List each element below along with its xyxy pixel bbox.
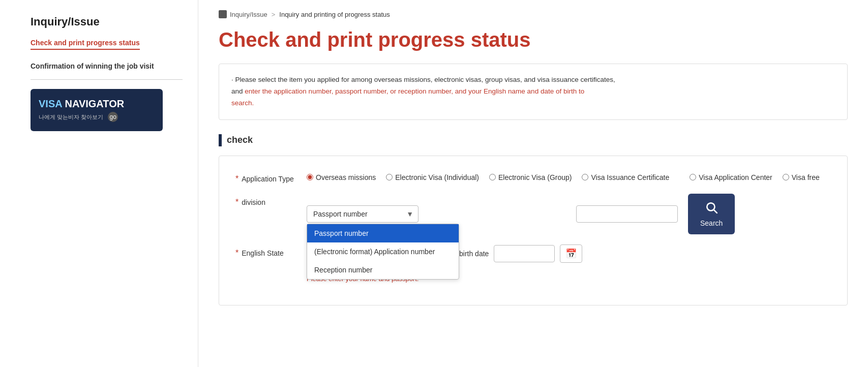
birth-label: birth date <box>459 250 489 258</box>
visa-navigator-logo: VISA NAVIGATOR <box>39 98 155 110</box>
dropdown-item-passport[interactable]: Passport number <box>307 224 459 242</box>
radio-group[interactable] <box>489 174 496 180</box>
breadcrumb-separator: > <box>272 11 276 18</box>
dropdown-item-application[interactable]: (Electronic format) Application number <box>307 242 459 261</box>
calendar-icon: 📅 <box>565 249 577 259</box>
radio-item-free[interactable]: Visa free <box>783 173 820 181</box>
form-box: *Application Type Overseas missions Elec… <box>219 156 848 305</box>
info-box: · Please select the item you applied for… <box>219 64 848 120</box>
required-star-2: * <box>235 198 238 206</box>
breadcrumb: Inquiry/Issue > Inquiry and printing of … <box>219 10 848 18</box>
radio-item-overseas[interactable]: Overseas missions <box>307 173 376 181</box>
search-button[interactable]: Search <box>688 194 735 234</box>
birth-date-input[interactable] <box>494 245 555 262</box>
info-line3: search. <box>231 98 835 109</box>
info-line1: · Please select the item you applied for… <box>231 74 835 86</box>
dropdown-item-reception[interactable]: Reception number <box>307 261 459 279</box>
info-line2: and enter the application number, passpo… <box>231 86 835 98</box>
search-icon <box>705 201 718 217</box>
home-icon <box>219 10 227 18</box>
application-type-row: *Application Type Overseas missions Elec… <box>235 170 831 184</box>
section-bar <box>219 134 222 146</box>
division-controls: Passport number (Electronic format) Appl… <box>307 194 735 234</box>
visa-navigator-go-btn[interactable]: go <box>108 112 118 122</box>
division-select-wrapper: Passport number (Electronic format) Appl… <box>307 205 418 223</box>
breadcrumb-home[interactable]: Inquiry/Issue <box>230 11 267 18</box>
sidebar-item-confirmation[interactable]: Confirmation of winning the job visit <box>31 62 183 70</box>
radio-item-issuance[interactable]: Visa Issuance Certificate <box>582 173 669 181</box>
section-title: check <box>219 134 848 146</box>
page-title: Check and print progress status <box>219 28 848 51</box>
application-type-radio-group: Overseas missions Electronic Visa (Indiv… <box>307 170 820 181</box>
required-star-3: * <box>235 249 238 257</box>
radio-issuance[interactable] <box>582 174 588 180</box>
sidebar-item-check-print[interactable]: Check and print progress status <box>31 39 140 50</box>
application-type-label: *Application Type <box>235 170 307 184</box>
sidebar: Inquiry/Issue Check and print progress s… <box>0 0 198 367</box>
radio-item-center[interactable]: Visa Application Center <box>690 173 772 181</box>
radio-individual[interactable] <box>386 174 393 180</box>
division-text-input[interactable] <box>576 205 678 223</box>
division-select[interactable]: Passport number (Electronic format) Appl… <box>307 205 418 223</box>
visa-navigator-subtext: 나에게 맞는비자 찾아보기 go <box>39 112 155 122</box>
sidebar-title: Inquiry/Issue <box>31 15 183 28</box>
required-star-1: * <box>235 174 238 183</box>
radio-item-group[interactable]: Electronic Visa (Group) <box>489 173 572 181</box>
main-content: Inquiry/Issue > Inquiry and printing of … <box>198 0 868 367</box>
radio-item-individual[interactable]: Electronic Visa (Individual) <box>386 173 479 181</box>
english-label: *English State <box>235 244 307 258</box>
radio-center[interactable] <box>690 174 696 180</box>
sidebar-divider <box>31 79 183 80</box>
breadcrumb-current: Inquiry and printing of progress status <box>279 11 390 18</box>
radio-free[interactable] <box>783 174 789 180</box>
division-row: *division Passport number (Electronic fo… <box>235 194 831 234</box>
search-button-label: Search <box>700 219 723 227</box>
division-label: *division <box>235 194 307 207</box>
visa-navigator-banner[interactable]: VISA NAVIGATOR 나에게 맞는비자 찾아보기 go <box>31 89 163 131</box>
svg-line-1 <box>714 210 717 213</box>
calendar-button[interactable]: 📅 <box>560 244 582 263</box>
radio-overseas[interactable] <box>307 174 313 180</box>
division-dropdown-list: Passport number (Electronic format) Appl… <box>307 224 459 280</box>
